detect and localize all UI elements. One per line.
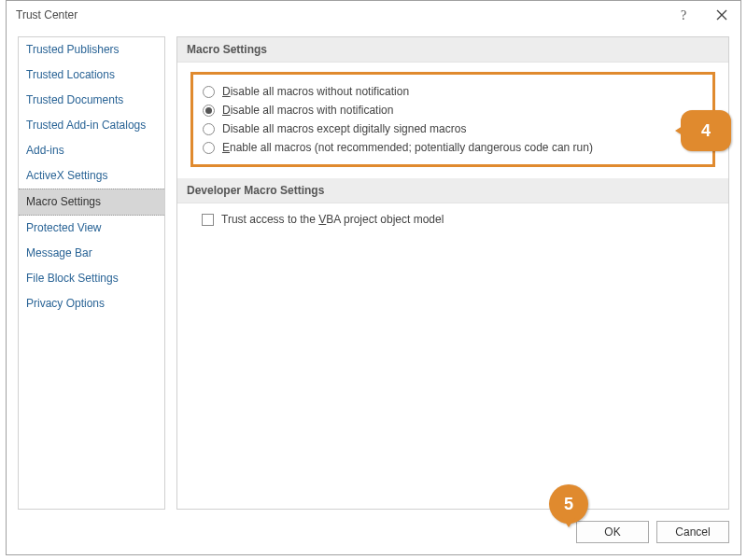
section-developer-macro-settings-header: Developer Macro Settings <box>177 178 728 203</box>
sidebar-item-label: Trusted Publishers <box>26 43 120 56</box>
sidebar-item-label: Protected View <box>26 221 102 234</box>
sidebar-item-privacy-options[interactable]: Privacy Options <box>19 291 164 316</box>
dialog-footer: OK Cancel <box>576 521 729 543</box>
radio-disable-except-signed[interactable]: Disable all macros except digitally sign… <box>203 119 703 138</box>
macro-settings-radio-group: Disable all macros without notification … <box>190 72 715 167</box>
sidebar-item-file-block-settings[interactable]: File Block Settings <box>19 266 164 291</box>
radio-label: Enable all macros (not recommended; pote… <box>222 141 593 154</box>
radio-disable-no-notification[interactable]: Disable all macros without notification <box>203 82 703 101</box>
annotation-callout-5: 5 <box>549 484 588 524</box>
radio-disable-with-notification[interactable]: Disable all macros with notification <box>203 101 703 119</box>
dialog-title: Trust Center <box>16 8 78 21</box>
sidebar-item-macro-settings[interactable]: Macro Settings <box>19 189 164 216</box>
svg-text:?: ? <box>681 8 686 21</box>
dialog-body: Trusted Publishers Trusted Locations Tru… <box>18 36 729 510</box>
sidebar-item-label: Privacy Options <box>26 297 105 310</box>
radio-icon <box>203 105 215 117</box>
radio-enable-all-macros[interactable]: Enable all macros (not recommended; pote… <box>203 138 703 157</box>
annotation-callout-4: 4 <box>681 110 731 151</box>
sidebar-item-label: Trusted Add-in Catalogs <box>26 119 146 132</box>
cancel-button[interactable]: Cancel <box>656 521 729 543</box>
sidebar-item-trusted-addin-catalogs[interactable]: Trusted Add-in Catalogs <box>19 113 164 138</box>
radio-icon <box>203 86 215 98</box>
sidebar-item-protected-view[interactable]: Protected View <box>19 216 164 241</box>
radio-label: Disable all macros without notification <box>222 85 409 98</box>
trust-center-dialog: Trust Center ? Trusted Publishers Truste… <box>6 0 741 555</box>
radio-icon <box>203 123 215 135</box>
sidebar: Trusted Publishers Trusted Locations Tru… <box>18 36 165 510</box>
radio-label: Disable all macros with notification <box>222 104 393 117</box>
checkbox-icon <box>202 214 214 226</box>
sidebar-item-label: Add-ins <box>26 144 64 157</box>
sidebar-item-activex-settings[interactable]: ActiveX Settings <box>19 163 164 189</box>
sidebar-item-label: ActiveX Settings <box>26 169 107 182</box>
sidebar-item-label: Trusted Documents <box>26 93 123 106</box>
main-panel: Macro Settings Disable all macros withou… <box>176 36 729 510</box>
help-button[interactable]: ? <box>666 1 703 29</box>
sidebar-item-trusted-publishers[interactable]: Trusted Publishers <box>19 37 164 63</box>
sidebar-item-addins[interactable]: Add-ins <box>19 138 164 163</box>
titlebar: Trust Center ? <box>7 1 740 29</box>
sidebar-item-label: Message Bar <box>26 246 92 259</box>
checkbox-label: Trust access to the VBA project object m… <box>221 213 444 226</box>
sidebar-item-label: File Block Settings <box>26 272 119 285</box>
section-macro-settings-header: Macro Settings <box>177 37 728 63</box>
radio-label: Disable all macros except digitally sign… <box>222 122 466 135</box>
sidebar-item-trusted-locations[interactable]: Trusted Locations <box>19 63 164 88</box>
checkbox-trust-vba-access[interactable]: Trust access to the VBA project object m… <box>177 203 728 226</box>
sidebar-item-message-bar[interactable]: Message Bar <box>19 241 164 266</box>
sidebar-item-label: Trusted Locations <box>26 68 115 81</box>
radio-icon <box>203 142 215 154</box>
ok-button[interactable]: OK <box>576 521 649 543</box>
close-button[interactable] <box>703 1 740 29</box>
sidebar-item-trusted-documents[interactable]: Trusted Documents <box>19 88 164 113</box>
sidebar-item-label: Macro Settings <box>26 195 101 208</box>
